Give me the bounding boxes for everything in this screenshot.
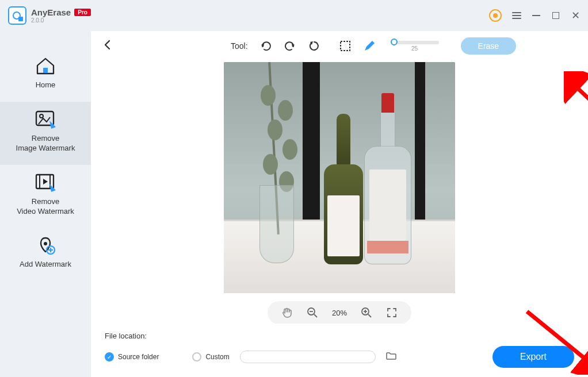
sidebar-label-add-watermark: Add Watermark (20, 260, 71, 270)
editor-toolbar: Tool: 25 (91, 31, 588, 61)
browse-folder-button[interactable] (386, 352, 396, 362)
reset-button[interactable] (308, 40, 320, 52)
titlebar: AnyErase Pro 2.0.0 ✕ (0, 0, 588, 31)
home-icon (35, 56, 56, 76)
svg-rect-0 (43, 68, 48, 73)
pan-tool-button[interactable] (281, 307, 293, 318)
sidebar-item-add-watermark[interactable]: Add Watermark (0, 228, 91, 281)
video-watermark-icon (35, 173, 56, 193)
brush-size-value: 25 (411, 45, 418, 52)
footer-panel: File location: Source folder Custom Expo… (91, 324, 588, 377)
sidebar-item-remove-video-watermark[interactable]: Remove Video Watermark (0, 165, 91, 228)
svg-point-9 (44, 242, 47, 245)
svg-rect-16 (341, 41, 350, 51)
fullscreen-button[interactable] (386, 307, 398, 318)
source-folder-option[interactable]: Source folder (105, 352, 159, 361)
preview-image[interactable] (224, 62, 455, 293)
radio-checked-icon (105, 352, 114, 361)
sidebar-label-home: Home (36, 80, 56, 90)
svg-line-21 (368, 314, 371, 317)
sidebar-item-remove-image-watermark[interactable]: Remove Image Watermark (0, 102, 91, 165)
add-watermark-icon (35, 236, 56, 255)
zoom-out-button[interactable] (307, 307, 318, 318)
account-icon[interactable] (489, 9, 502, 22)
main-panel: Tool: 25 (91, 31, 588, 377)
redo-button[interactable] (284, 40, 296, 52)
radio-unchecked-icon (192, 352, 201, 361)
brush-tool-button[interactable] (363, 40, 376, 52)
title-right: ✕ (489, 9, 580, 22)
custom-label: Custom (205, 353, 229, 361)
zoom-value: 20% (332, 309, 347, 317)
zoom-in-button[interactable] (361, 307, 372, 318)
marquee-tool-button[interactable] (339, 40, 352, 52)
svg-line-18 (314, 314, 317, 317)
custom-path-input[interactable] (240, 351, 376, 363)
pro-badge: Pro (74, 9, 91, 16)
sidebar: Home Remove Image Watermark Remove Video… (0, 31, 91, 377)
file-location-label: File location: (105, 332, 574, 340)
svg-marker-7 (43, 179, 48, 184)
back-button[interactable] (102, 40, 113, 52)
window-maximize-button[interactable] (551, 11, 560, 20)
export-button[interactable]: Export (492, 346, 574, 368)
sidebar-label-remove-image-watermark: Remove Image Watermark (16, 134, 75, 153)
brush-size-slider[interactable] (391, 41, 439, 44)
svg-marker-3 (49, 121, 56, 129)
zoom-toolbar: 20% (268, 301, 411, 324)
custom-folder-option[interactable]: Custom (192, 352, 229, 361)
app-version: 2.0.0 (31, 17, 91, 24)
sidebar-item-home[interactable]: Home (0, 48, 91, 102)
undo-button[interactable] (259, 40, 272, 52)
title-text: AnyErase Pro 2.0.0 (31, 7, 91, 24)
erase-button[interactable]: Erase (461, 37, 517, 55)
svg-point-2 (40, 114, 43, 118)
source-folder-label: Source folder (118, 353, 159, 361)
svg-marker-8 (49, 184, 56, 192)
app-logo-icon (8, 6, 26, 25)
app-name: AnyErase (31, 7, 71, 17)
tool-label: Tool: (231, 41, 248, 51)
window-minimize-button[interactable] (532, 11, 541, 20)
window-close-button[interactable]: ✕ (571, 11, 580, 20)
hamburger-menu-icon[interactable] (512, 12, 521, 19)
image-watermark-icon (35, 110, 56, 129)
title-left: AnyErase Pro 2.0.0 (8, 6, 91, 25)
sidebar-label-remove-video-watermark: Remove Video Watermark (17, 197, 74, 217)
